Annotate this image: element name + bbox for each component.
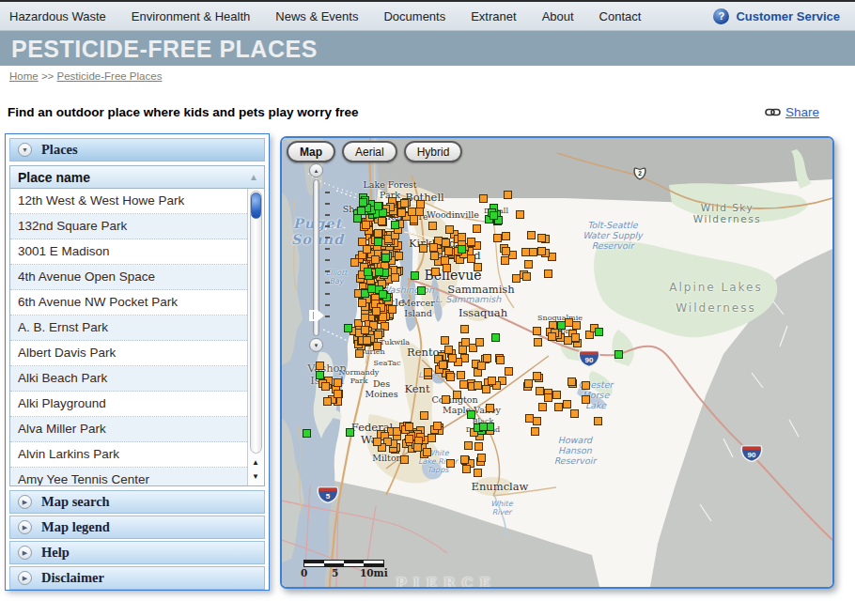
place-marker-green[interactable]	[353, 214, 362, 223]
place-row[interactable]: Alvin Larkins Park	[10, 442, 247, 468]
place-marker-green[interactable]	[316, 371, 324, 379]
nav-item-documents[interactable]: Documents	[383, 9, 445, 23]
place-marker-orange[interactable]	[431, 268, 440, 276]
place-marker-green[interactable]	[391, 221, 399, 229]
place-marker-orange[interactable]	[459, 380, 468, 389]
place-marker-orange[interactable]	[334, 390, 342, 398]
customer-service-link[interactable]: ? Customer Service	[713, 8, 840, 24]
place-marker-orange[interactable]	[448, 354, 457, 362]
map-type-button-hybrid[interactable]: Hybrid	[404, 141, 463, 162]
place-marker-orange[interactable]	[482, 385, 490, 393]
place-marker-orange[interactable]	[533, 327, 541, 335]
place-marker-orange[interactable]	[473, 224, 481, 233]
place-marker-orange[interactable]	[405, 423, 413, 431]
place-marker-orange[interactable]	[374, 331, 382, 339]
place-marker-orange[interactable]	[429, 243, 438, 252]
place-marker-orange[interactable]	[446, 459, 455, 468]
place-marker-orange[interactable]	[397, 208, 406, 217]
place-row[interactable]: 132nd Square Park	[10, 214, 247, 239]
place-row[interactable]: 12th West & West Howe Park	[10, 189, 247, 214]
place-row[interactable]: A. B. Ernst Park	[10, 316, 247, 341]
place-marker-orange[interactable]	[444, 247, 453, 255]
place-marker-orange[interactable]	[408, 208, 416, 216]
place-marker-orange[interactable]	[544, 393, 552, 402]
place-marker-orange[interactable]	[442, 239, 450, 247]
place-marker-green[interactable]	[614, 350, 623, 359]
scrollbar-thumb[interactable]	[251, 192, 261, 219]
share-label[interactable]: Share	[785, 105, 819, 119]
nav-item-environment-health[interactable]: Environment & Health	[132, 9, 250, 23]
place-marker-green[interactable]	[467, 410, 475, 419]
accordion-help[interactable]: ▶Help	[9, 541, 265, 564]
place-marker-orange[interactable]	[457, 371, 465, 379]
place-marker-green[interactable]	[381, 254, 390, 262]
scroll-up-button[interactable]: ▲	[248, 455, 263, 470]
share-link[interactable]: Share	[765, 105, 819, 119]
place-marker-orange[interactable]	[444, 346, 453, 354]
place-marker-orange[interactable]	[420, 411, 428, 420]
place-marker-orange[interactable]	[462, 465, 471, 473]
place-marker-orange[interactable]	[475, 338, 484, 346]
nav-item-hazardous-waste[interactable]: Hazardous Waste	[9, 9, 106, 23]
place-marker-orange[interactable]	[373, 438, 381, 446]
accordion-map-search[interactable]: ▶Map search	[9, 490, 265, 514]
place-marker-orange[interactable]	[533, 372, 541, 380]
place-marker-orange[interactable]	[564, 336, 572, 345]
place-marker-orange[interactable]	[428, 434, 436, 442]
place-marker-green[interactable]	[491, 333, 500, 342]
breadcrumb-current-link[interactable]: Pesticide-Free Places	[57, 70, 163, 82]
place-marker-orange[interactable]	[493, 234, 502, 242]
place-marker-orange[interactable]	[388, 305, 396, 314]
place-marker-orange[interactable]	[467, 254, 475, 263]
place-marker-orange[interactable]	[537, 234, 546, 242]
place-row[interactable]: Alva Miller Park	[10, 417, 247, 442]
place-row[interactable]: Alki Playground	[10, 392, 247, 417]
place-marker-orange[interactable]	[536, 387, 544, 395]
place-marker-orange[interactable]	[350, 258, 359, 267]
place-marker-orange[interactable]	[524, 379, 533, 388]
place-marker-orange[interactable]	[474, 469, 482, 477]
place-marker-orange[interactable]	[554, 403, 563, 411]
map-type-button-aerial[interactable]: Aerial	[342, 141, 397, 162]
place-marker-orange[interactable]	[358, 299, 366, 307]
place-marker-orange[interactable]	[361, 326, 369, 334]
place-marker-orange[interactable]	[441, 336, 449, 345]
place-marker-orange[interactable]	[446, 373, 455, 381]
place-marker-orange[interactable]	[334, 378, 342, 387]
place-row[interactable]: 6th Avenue NW Pocket Park	[10, 290, 247, 316]
place-marker-orange[interactable]	[552, 391, 561, 399]
place-marker-orange[interactable]	[363, 245, 371, 254]
place-marker-green[interactable]	[357, 207, 365, 215]
place-marker-orange[interactable]	[460, 325, 469, 333]
place-marker-orange[interactable]	[413, 443, 422, 452]
place-marker-orange[interactable]	[474, 381, 482, 390]
place-marker-orange[interactable]	[400, 455, 409, 464]
place-marker-orange[interactable]	[488, 377, 496, 385]
place-marker-orange[interactable]	[563, 400, 571, 408]
place-marker-green[interactable]	[367, 285, 376, 293]
scroll-down-button[interactable]: ▼	[248, 470, 263, 484]
place-marker-orange[interactable]	[534, 338, 542, 346]
place-marker-orange[interactable]	[464, 441, 473, 450]
place-marker-orange[interactable]	[474, 263, 482, 271]
place-marker-orange[interactable]	[433, 422, 442, 430]
place-marker-green[interactable]	[374, 202, 382, 210]
place-marker-orange[interactable]	[442, 395, 450, 404]
place-marker-green[interactable]	[374, 238, 382, 246]
place-row[interactable]: Albert Davis Park	[10, 341, 247, 366]
place-marker-orange[interactable]	[533, 417, 541, 425]
zoom-in-button[interactable]: ▲	[309, 163, 323, 177]
place-marker-orange[interactable]	[428, 222, 437, 230]
place-marker-orange[interactable]	[544, 270, 552, 278]
place-marker-orange[interactable]	[419, 244, 428, 253]
place-marker-orange[interactable]	[527, 231, 536, 239]
place-marker-orange[interactable]	[363, 336, 371, 345]
place-marker-orange[interactable]	[524, 260, 533, 269]
breadcrumb-home-link[interactable]: Home	[9, 70, 39, 82]
place-marker-orange[interactable]	[477, 362, 486, 370]
sort-ascending-icon[interactable]: ▲	[249, 172, 258, 182]
nav-item-extranet[interactable]: Extranet	[471, 9, 516, 23]
place-marker-orange[interactable]	[430, 252, 439, 260]
accordion-places[interactable]: ▼ Places	[9, 138, 265, 162]
place-marker-orange[interactable]	[504, 191, 512, 199]
